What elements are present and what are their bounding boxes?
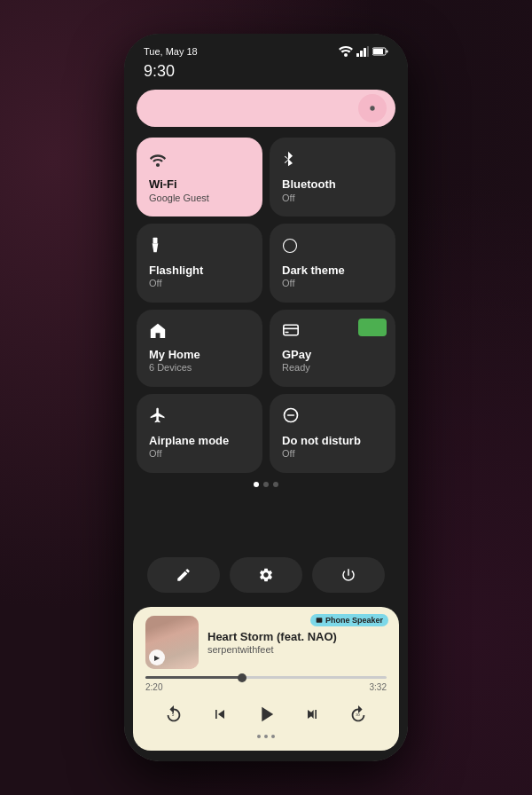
forward-button[interactable]: 30 (345, 701, 372, 728)
svg-rect-4 (367, 46, 369, 57)
svg-point-0 (344, 53, 348, 57)
power-button[interactable] (312, 557, 385, 593)
flashlight-tile-icon (149, 236, 250, 258)
bluetooth-tile-label: Bluetooth (282, 177, 383, 192)
music-title: Heart Storm (feat. NAO) (207, 630, 387, 645)
phone-frame: Tue, May 18 (124, 34, 408, 761)
music-dot-2 (264, 735, 268, 738)
phone-speaker-badge: Phone Speaker (310, 614, 388, 626)
battery-icon (372, 47, 388, 56)
bluetooth-tile-sublabel: Off (282, 192, 383, 204)
my-home-tile[interactable]: My Home 6 Devices (137, 310, 262, 387)
previous-button[interactable] (207, 701, 233, 728)
gpay-tile[interactable]: GPay Ready (270, 310, 395, 387)
my-home-tile-sublabel: 6 Devices (149, 361, 250, 374)
progress-bar-bg (145, 676, 387, 679)
pagination-dot-3[interactable] (273, 482, 278, 487)
signal-bars-icon (356, 46, 369, 57)
gpay-badge (358, 319, 387, 336)
svg-point-11 (284, 239, 297, 252)
phone-screen: Tue, May 18 (124, 34, 408, 761)
playback-controls: 5 (145, 701, 387, 728)
brightness-thumb (358, 94, 387, 122)
dnd-tile-label: Do not disturb (282, 434, 383, 448)
svg-rect-2 (360, 51, 363, 57)
dark-theme-tile-icon (282, 238, 383, 258)
brightness-row (137, 90, 395, 127)
svg-rect-13 (285, 331, 288, 333)
dnd-tile[interactable]: Do not disturb Off (270, 394, 395, 473)
flashlight-tile[interactable]: Flashlight Off (137, 224, 262, 303)
svg-rect-10 (153, 238, 158, 244)
status-date: Tue, May 18 (144, 46, 198, 57)
pagination-dot-1[interactable] (254, 482, 259, 487)
album-play-icon: ▶ (149, 649, 165, 665)
music-dot-1 (257, 735, 261, 738)
time-elapsed: 2:20 (145, 682, 162, 692)
flashlight-tile-label: Flashlight (149, 264, 250, 278)
progress-dot (238, 673, 246, 682)
airplane-tile-label: Airplane mode (149, 434, 250, 448)
svg-rect-12 (284, 325, 298, 335)
quick-settings-panel: Wi-Fi Google Guest Bluetooth Off (124, 90, 408, 550)
wifi-tile-sublabel: Google Guest (149, 192, 250, 204)
bluetooth-tile-icon (282, 150, 383, 172)
bottom-controls (124, 550, 408, 600)
music-player: Phone Speaker ▶ Heart Storm (feat. NAO) … (133, 607, 399, 751)
wifi-tile[interactable]: Wi-Fi Google Guest (137, 138, 262, 216)
album-art: ▶ (145, 616, 199, 669)
dnd-tile-icon (282, 406, 383, 429)
play-button[interactable] (253, 701, 279, 728)
dark-theme-tile-label: Dark theme (282, 264, 383, 278)
bluetooth-tile[interactable]: Bluetooth Off (270, 138, 395, 216)
time-row: 2:20 3:32 (145, 682, 387, 692)
wifi-tile-label: Wi-Fi (149, 177, 250, 192)
music-dot-3 (271, 735, 275, 738)
status-time-row: 9:30 (124, 62, 408, 90)
edit-button[interactable] (147, 557, 220, 593)
airplane-mode-tile[interactable]: Airplane mode Off (137, 394, 262, 473)
svg-point-8 (370, 106, 374, 110)
gpay-tile-label: GPay (282, 348, 383, 362)
pagination-dot-2[interactable] (263, 482, 269, 487)
my-home-tile-icon (149, 322, 250, 342)
flashlight-tile-sublabel: Off (149, 277, 250, 289)
status-time: 9:30 (144, 62, 175, 81)
next-button[interactable] (299, 701, 325, 728)
svg-rect-7 (387, 51, 388, 53)
svg-rect-1 (356, 53, 359, 57)
dnd-tile-sublabel: Off (282, 447, 383, 460)
progress-bar-fill (145, 676, 242, 679)
dark-theme-tile[interactable]: Dark theme Off (270, 224, 395, 303)
svg-point-9 (156, 163, 160, 167)
svg-rect-16 (317, 618, 323, 622)
airplane-tile-icon (149, 406, 250, 429)
music-info: Heart Storm (feat. NAO) serpentwithfeet (207, 630, 387, 656)
settings-button[interactable] (230, 557, 302, 593)
status-icons (339, 46, 388, 57)
progress-row[interactable] (145, 676, 387, 679)
svg-rect-3 (364, 48, 366, 57)
wifi-signal-icon (339, 46, 353, 57)
time-total: 3:32 (370, 682, 387, 692)
gpay-tile-sublabel: Ready (282, 361, 383, 374)
svg-rect-6 (373, 49, 383, 54)
pagination-dots (137, 482, 395, 487)
replay-button[interactable]: 5 (160, 701, 187, 728)
my-home-tile-label: My Home (149, 348, 250, 362)
status-bar: Tue, May 18 (124, 34, 408, 62)
music-dots (145, 735, 387, 738)
dark-theme-tile-sublabel: Off (282, 277, 383, 289)
svg-text:5: 5 (172, 712, 175, 717)
airplane-tile-sublabel: Off (149, 447, 250, 460)
svg-text:30: 30 (356, 712, 360, 717)
music-artist: serpentwithfeet (207, 644, 387, 655)
wifi-tile-icon (149, 153, 250, 172)
tile-grid: Wi-Fi Google Guest Bluetooth Off (137, 138, 395, 473)
brightness-slider[interactable] (137, 90, 395, 127)
